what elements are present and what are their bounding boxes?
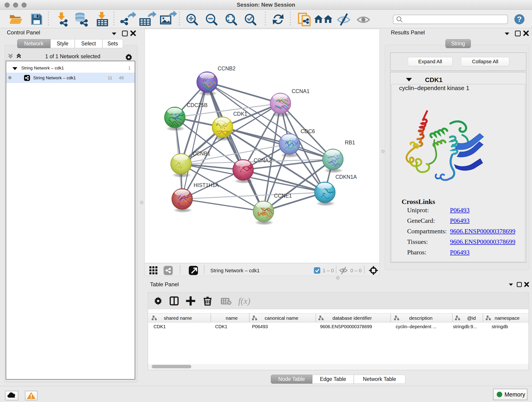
svg-text:CCNA1: CCNA1 <box>292 88 310 94</box>
svg-text:namespace: namespace <box>495 315 520 321</box>
svg-text:?: ? <box>517 15 522 23</box>
svg-text:CDKN1A: CDKN1A <box>336 174 357 180</box>
svg-text:1 – 0: 1 – 0 <box>323 268 334 274</box>
svg-text:CDC6: CDC6 <box>301 128 315 134</box>
svg-text:0 – 0: 0 – 0 <box>350 268 361 274</box>
svg-text:CCNE1: CCNE1 <box>274 193 292 199</box>
svg-text:String Network – cdk1: String Network – cdk1 <box>210 268 260 274</box>
svg-text:CCNB1: CCNB1 <box>192 151 210 157</box>
svg-text:RB1: RB1 <box>345 140 355 146</box>
svg-text:@id: @id <box>467 315 476 321</box>
svg-text:CCNA2: CCNA2 <box>254 157 272 163</box>
svg-text:f(x): f(x) <box>238 296 250 306</box>
svg-text:CCNB2: CCNB2 <box>218 65 235 71</box>
svg-text:canonical name: canonical name <box>265 315 298 321</box>
svg-text:database identifier: database identifier <box>332 315 372 321</box>
svg-text:HIST1H1A: HIST1H1A <box>194 182 219 188</box>
svg-text:CDK1: CDK1 <box>233 111 247 117</box>
svg-text:CDC25B: CDC25B <box>187 102 208 108</box>
svg-text:name: name <box>226 315 238 321</box>
svg-text:description: description <box>409 315 433 321</box>
svg-text:shared name: shared name <box>164 315 192 321</box>
